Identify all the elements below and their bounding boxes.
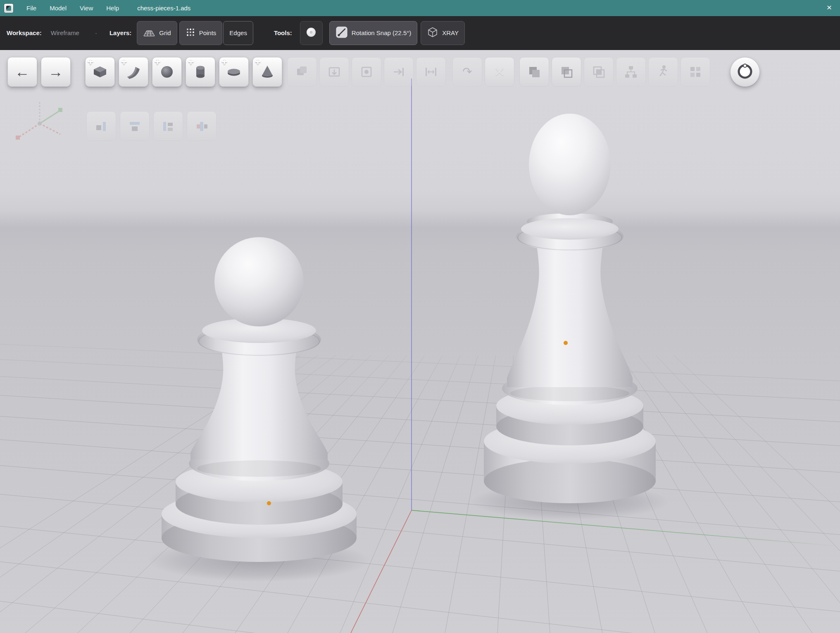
add-sphere-button[interactable]: + bbox=[152, 57, 182, 87]
plus-badge: + bbox=[121, 57, 127, 67]
menu-file[interactable]: File bbox=[26, 5, 36, 12]
app-window: File Model View Help chess-pieces-1.ads … bbox=[0, 0, 840, 633]
app-logo-icon bbox=[4, 4, 13, 13]
add-cylinder-button[interactable]: + bbox=[186, 57, 215, 87]
layer-edges-button[interactable]: Edges bbox=[223, 21, 253, 45]
layer-grid-label: Grid bbox=[159, 29, 171, 36]
disabled-pose-tool[interactable] bbox=[648, 57, 678, 87]
back-button[interactable]: ← bbox=[7, 57, 37, 87]
titlebar: File Model View Help chess-pieces-1.ads … bbox=[0, 0, 840, 16]
workspace-label: Workspace: bbox=[7, 29, 42, 36]
disabled-redo-tool[interactable]: ↷ bbox=[452, 57, 482, 87]
document-title: chess-pieces-1.ads bbox=[137, 5, 190, 12]
layer-points-label: Points bbox=[199, 29, 217, 36]
redo-arrow-icon: ↷ bbox=[462, 66, 472, 78]
plus-badge: + bbox=[88, 57, 93, 67]
menu-model[interactable]: Model bbox=[50, 5, 67, 12]
forward-arrow-icon: → bbox=[48, 64, 63, 79]
alignment-tool-1[interactable] bbox=[86, 111, 116, 141]
points-icon bbox=[186, 27, 195, 38]
alignment-tool-3[interactable] bbox=[153, 111, 183, 141]
plus-badge: + bbox=[221, 57, 227, 67]
orbit-icon bbox=[735, 62, 754, 82]
menu-view[interactable]: View bbox=[80, 5, 93, 12]
pawn-right-head bbox=[529, 114, 611, 215]
layers-label: Layers: bbox=[109, 29, 131, 36]
grid-icon bbox=[143, 28, 155, 38]
add-box-button[interactable]: + bbox=[85, 57, 115, 87]
pawn-chess-piece-left[interactable] bbox=[148, 237, 371, 582]
add-curved-surface-button[interactable]: + bbox=[119, 57, 148, 87]
disabled-package-tool[interactable] bbox=[352, 57, 381, 87]
layer-points-button[interactable]: Points bbox=[179, 21, 223, 45]
disabled-hierarchy-tool[interactable] bbox=[616, 57, 646, 87]
pawn-chess-piece-right[interactable] bbox=[471, 114, 669, 520]
back-arrow-icon: ← bbox=[15, 64, 30, 79]
plus-badge: + bbox=[188, 57, 194, 67]
plus-badge: + bbox=[155, 57, 160, 67]
xray-cube-icon bbox=[427, 26, 438, 40]
pivot-marker-left[interactable] bbox=[267, 501, 271, 505]
x-axis-line bbox=[351, 510, 412, 633]
disabled-bool-subtract-tool[interactable] bbox=[552, 57, 581, 87]
disabled-delete-tool[interactable]: ✕ bbox=[485, 57, 514, 87]
layer-grid-button[interactable]: Grid bbox=[137, 21, 177, 45]
pawn-left-head bbox=[214, 237, 304, 326]
disabled-move-to-tool[interactable] bbox=[384, 57, 414, 87]
alignment-tool-4[interactable] bbox=[187, 111, 217, 141]
disabled-import-tool[interactable] bbox=[319, 57, 349, 87]
xray-label: XRAY bbox=[442, 29, 459, 36]
forward-button[interactable]: → bbox=[41, 57, 71, 87]
disabled-bool-intersect-tool[interactable] bbox=[584, 57, 614, 87]
align-toolbar bbox=[86, 111, 217, 141]
workspace-select[interactable]: Wireframe bbox=[51, 29, 79, 36]
delete-x-icon: ✕ bbox=[494, 65, 505, 79]
ground-grid bbox=[0, 343, 840, 633]
sphere-tool-icon bbox=[305, 26, 317, 40]
alignment-tool-2[interactable] bbox=[120, 111, 150, 141]
menu-help[interactable]: Help bbox=[106, 5, 119, 12]
orbit-button[interactable] bbox=[730, 57, 760, 87]
viewport-toolbar: ← → + bbox=[7, 57, 760, 87]
rotation-snap-button[interactable]: Rotation Snap (22.5°) bbox=[329, 21, 417, 45]
disabled-lattice-tool[interactable] bbox=[681, 57, 710, 87]
plus-badge: + bbox=[255, 57, 261, 67]
sphere-tool-button[interactable] bbox=[300, 21, 323, 45]
rotation-snap-label: Rotation Snap (22.5°) bbox=[352, 29, 411, 36]
add-disc-button[interactable]: + bbox=[219, 57, 249, 87]
tools-label: Tools: bbox=[274, 29, 292, 36]
main-toolbar: Workspace: Wireframe · Layers: Grid bbox=[0, 16, 840, 50]
close-button[interactable]: × bbox=[824, 2, 834, 12]
viewport-3d[interactable]: ← → + bbox=[0, 50, 840, 633]
rotation-snap-icon bbox=[336, 26, 348, 40]
disabled-copy-tool[interactable] bbox=[287, 57, 317, 87]
add-cone-button[interactable]: + bbox=[252, 57, 282, 87]
disabled-bool-union-tool[interactable] bbox=[519, 57, 549, 87]
layer-edges-label: Edges bbox=[229, 29, 247, 36]
axis-gizmo[interactable] bbox=[10, 97, 70, 157]
toolbar-separator: · bbox=[95, 29, 97, 36]
xray-button[interactable]: XRAY bbox=[421, 21, 465, 45]
disabled-spacing-tool[interactable] bbox=[416, 57, 446, 87]
pivot-marker-right[interactable] bbox=[564, 341, 568, 345]
